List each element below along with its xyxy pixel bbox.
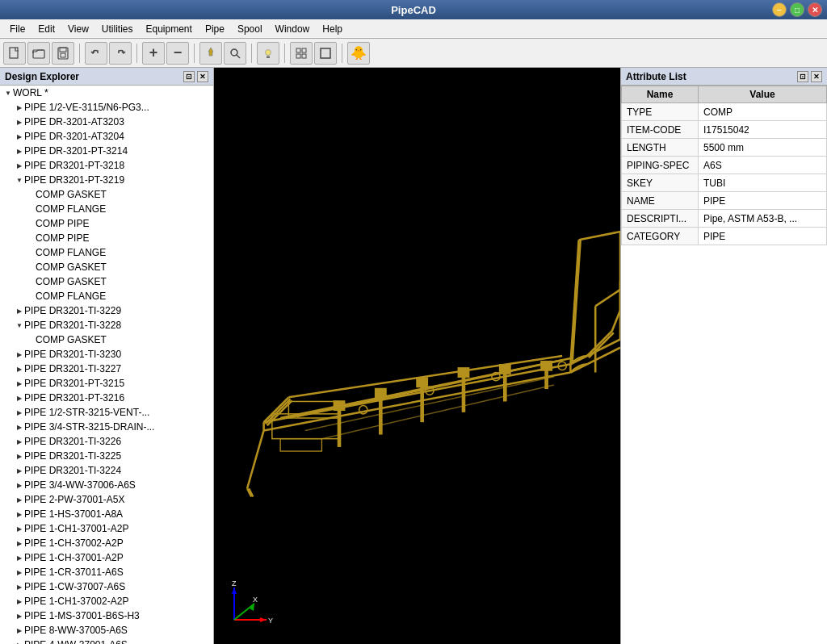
tree-arrow-pipe4[interactable]: ▶ [15,146,24,156]
tree-item-pipe11[interactable]: ▶PIPE DR3201-PT-3215 [0,376,213,391]
tree-item-pipe18[interactable]: ▶PIPE 3/4-WW-37006-A6S [0,478,213,492]
menu-pipe[interactable]: Pipe [199,21,231,37]
select-button[interactable] [199,42,222,65]
tree-item-pipe26[interactable]: ▶PIPE 1-CH1-37002-A2P [0,594,213,608]
tree-item-comp4[interactable]: COMP PIPE [0,231,213,245]
attr-panel-restore-button[interactable]: ⊡ [797,71,808,82]
tree-arrow-pipe19[interactable]: ▶ [15,495,24,504]
minimize-button[interactable]: − [772,2,787,17]
tree-arrow-worl[interactable]: ▼ [3,88,13,98]
tree-item-pipe9[interactable]: ▶PIPE DR3201-TI-3230 [0,347,213,362]
tree-arrow-comp3[interactable] [26,219,36,228]
save-button[interactable] [52,42,74,65]
tree-item-worl[interactable]: ▼WORL * [0,86,213,100]
tree-arrow-pipe23[interactable]: ▶ [15,553,24,562]
tree-item-pipe28[interactable]: ▶PIPE 8-WW-37005-A6S [0,623,213,638]
tree-arrow-pipe25[interactable]: ▶ [15,582,24,592]
tree-item-pipe19[interactable]: ▶PIPE 2-PW-37001-A5X [0,492,213,507]
tree-arrow-comp7[interactable] [26,277,36,286]
menu-utilities[interactable]: Utilities [95,21,140,37]
new-button[interactable] [3,42,26,65]
add-button[interactable]: + [142,42,165,65]
redo-button[interactable] [109,42,132,65]
tree-item-pipe27[interactable]: ▶PIPE 1-MS-37001-B6S-H3 [0,608,213,623]
tree-item-pipe5[interactable]: ▶PIPE DR3201-PT-3218 [0,158,213,173]
tree-item-pipe7[interactable]: ▶PIPE DR3201-TI-3229 [0,303,213,318]
tree-arrow-comp1[interactable] [26,190,36,199]
maximize-button[interactable]: □ [790,2,804,17]
tree-arrow-pipe27[interactable]: ▶ [15,611,24,621]
tree-item-comp1[interactable]: COMP GASKET [0,187,213,202]
tree-item-comp3[interactable]: COMP PIPE [0,216,213,231]
tree-arrow-pipe8[interactable]: ▼ [15,320,24,330]
close-button[interactable]: ✕ [808,2,822,17]
tree-arrow-pipe12[interactable]: ▶ [15,393,24,403]
tree-item-comp5[interactable]: COMP FLANGE [0,245,213,260]
tree-arrow-comp4[interactable] [26,233,36,243]
tree-item-pipe21[interactable]: ▶PIPE 1-CH1-37001-A2P [0,521,213,536]
tree-arrow-pipe6[interactable]: ▼ [15,175,24,185]
tree-item-pipe1[interactable]: ▶PIPE 1/2-VE-3115/N6-PG3... [0,100,213,115]
tree-arrow-pipe16[interactable]: ▶ [15,451,24,461]
menu-equipment[interactable]: Equipment [140,21,199,37]
undo-button[interactable] [85,42,107,65]
search-button[interactable] [224,42,246,65]
tree-item-pipe16[interactable]: ▶PIPE DR3201-TI-3225 [0,449,213,463]
tree-arrow-pipe20[interactable]: ▶ [15,509,24,519]
panel-restore-button[interactable]: ⊡ [183,71,195,82]
tree-item-pipe20[interactable]: ▶PIPE 1-HS-37001-A8A [0,507,213,521]
tree-item-pipe15[interactable]: ▶PIPE DR3201-TI-3226 [0,434,213,449]
tree-arrow-pipe5[interactable]: ▶ [15,161,24,170]
attr-panel-close-button[interactable]: ✕ [811,71,822,82]
menu-edit[interactable]: Edit [31,21,61,37]
tree-item-comp8[interactable]: COMP FLANGE [0,289,213,303]
tree-arrow-comp9[interactable] [26,335,36,345]
tree-item-comp6[interactable]: COMP GASKET [0,260,213,274]
tree-item-pipe3[interactable]: ▶PIPE DR-3201-AT3204 [0,129,213,144]
tree-item-pipe13[interactable]: ▶PIPE 1/2-STR-3215-VENT-... [0,405,213,420]
3d-view[interactable]: Z Y X [214,68,620,644]
tree-arrow-pipe3[interactable]: ▶ [15,132,24,141]
tree-arrow-pipe9[interactable]: ▶ [15,349,24,359]
tree-arrow-pipe18[interactable]: ▶ [15,480,24,490]
tree-item-pipe12[interactable]: ▶PIPE DR3201-PT-3216 [0,391,213,405]
menu-help[interactable]: Help [316,21,349,37]
tree-arrow-pipe29[interactable]: ▶ [15,640,24,644]
tree-item-pipe2[interactable]: ▶PIPE DR-3201-AT3203 [0,115,213,129]
tree-item-pipe29[interactable]: ▶PIPE 4-WW-37001-A6S [0,638,213,644]
tree-item-comp9[interactable]: COMP GASKET [0,332,213,347]
menu-file[interactable]: File [3,21,31,37]
tree-arrow-pipe24[interactable]: ▶ [15,567,24,577]
tree-container[interactable]: ▼WORL *▶PIPE 1/2-VE-3115/N6-PG3...▶PIPE … [0,86,213,644]
tree-item-pipe10[interactable]: ▶PIPE DR3201-TI-3227 [0,362,213,376]
light-button[interactable] [257,42,279,65]
tree-arrow-pipe21[interactable]: ▶ [15,524,24,533]
grid-button[interactable] [290,42,313,65]
tree-arrow-pipe2[interactable]: ▶ [15,117,24,127]
tree-arrow-pipe11[interactable]: ▶ [15,378,24,388]
tree-arrow-comp6[interactable] [26,262,36,272]
tree-item-pipe25[interactable]: ▶PIPE 1-CW-37007-A6S [0,579,213,594]
tree-arrow-pipe1[interactable]: ▶ [15,102,24,112]
menu-window[interactable]: Window [269,21,317,37]
tree-item-pipe22[interactable]: ▶PIPE 1-CH-37002-A2P [0,536,213,550]
tree-item-pipe8[interactable]: ▼PIPE DR3201-TI-3228 [0,318,213,332]
panel-close-button[interactable]: ✕ [197,71,208,82]
open-button[interactable] [27,42,50,65]
tree-arrow-pipe28[interactable]: ▶ [15,625,24,635]
tree-arrow-pipe17[interactable]: ▶ [15,466,24,475]
tree-arrow-comp8[interactable] [26,291,36,301]
menu-view[interactable]: View [61,21,95,37]
tree-arrow-pipe15[interactable]: ▶ [15,437,24,446]
tree-arrow-pipe26[interactable]: ▶ [15,596,24,606]
tree-item-pipe17[interactable]: ▶PIPE DR3201-TI-3224 [0,463,213,478]
tree-arrow-pipe7[interactable]: ▶ [15,306,24,316]
tree-arrow-comp5[interactable] [26,248,36,257]
tree-item-comp2[interactable]: COMP FLANGE [0,202,213,216]
frame-button[interactable] [314,42,337,65]
tree-item-comp7[interactable]: COMP GASKET [0,274,213,289]
tree-arrow-pipe10[interactable]: ▶ [15,364,24,374]
tree-item-pipe23[interactable]: ▶PIPE 1-CH-37001-A2P [0,550,213,565]
tree-arrow-pipe13[interactable]: ▶ [15,408,24,417]
duck-button[interactable]: 🐥 [347,42,370,65]
